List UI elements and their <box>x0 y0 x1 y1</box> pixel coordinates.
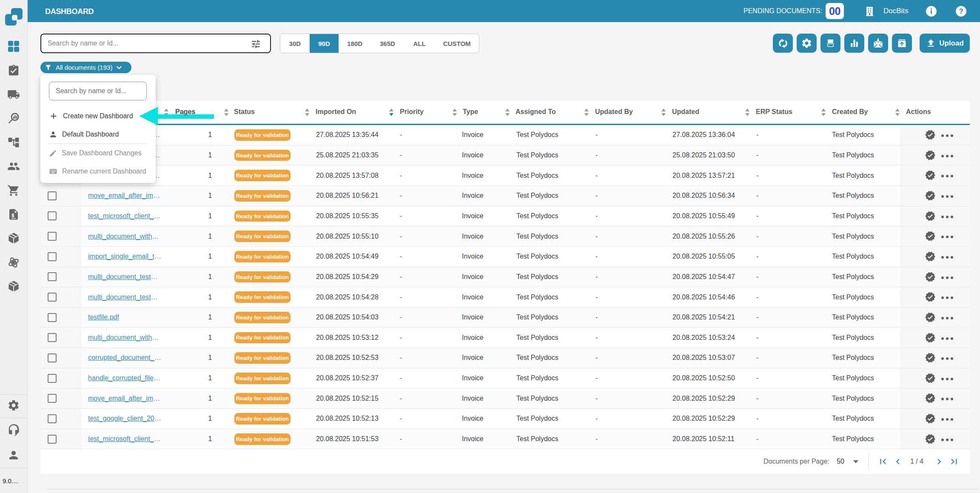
svg-text:?: ? <box>959 7 963 15</box>
